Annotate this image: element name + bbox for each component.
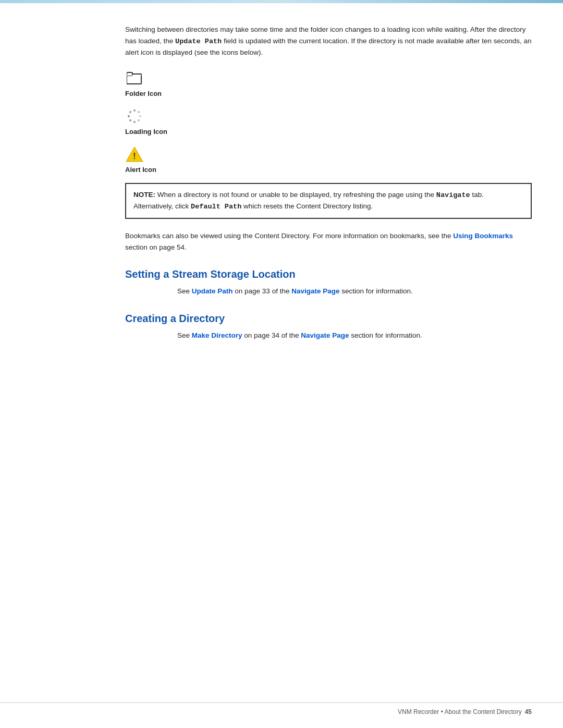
default-path-mono: Default Path — [191, 203, 241, 211]
footer: VNM Recorder • About the Content Directo… — [0, 702, 563, 715]
folder-icon-label: Folder Icon — [125, 90, 532, 97]
section1-subtext: See Update Path on page 33 of the Naviga… — [125, 286, 532, 297]
svg-point-6 — [138, 119, 140, 121]
svg-point-9 — [128, 115, 130, 117]
intro-paragraph: Switching between directories may take s… — [125, 24, 532, 58]
svg-point-8 — [129, 119, 131, 121]
note-label: NOTE: — [133, 191, 155, 199]
loading-icon-row: Loading Icon — [125, 107, 532, 135]
section2-subtext: See Make Directory on page 34 of the Nav… — [125, 330, 532, 341]
svg-point-4 — [138, 111, 140, 113]
folder-icon-svg — [127, 71, 142, 85]
update-path-link[interactable]: Update Path — [192, 287, 233, 295]
svg-point-5 — [139, 115, 141, 117]
svg-point-7 — [133, 121, 136, 123]
update-path-mono: Update Path — [175, 38, 222, 45]
alert-icon-row: ! Alert Icon — [125, 145, 532, 174]
section2-heading: Creating a Directory — [125, 313, 532, 325]
svg-text:!: ! — [133, 152, 136, 161]
page-content: Switching between directories may take s… — [0, 3, 563, 367]
note-box: NOTE: When a directory is not found or u… — [125, 183, 532, 219]
section2-mid1: on page 34 of the — [244, 331, 301, 339]
section2-after: section for information. — [351, 331, 422, 339]
svg-point-10 — [129, 111, 131, 113]
note-text1: When a directory is not found or unable … — [133, 191, 484, 211]
svg-point-3 — [133, 109, 136, 112]
navigate-page-link-2[interactable]: Navigate Page — [301, 331, 349, 339]
alert-icon-label: Alert Icon — [125, 166, 532, 174]
make-directory-link[interactable]: Make Directory — [192, 331, 242, 339]
section1-mid1: on page 33 of the — [235, 287, 291, 295]
loading-icon — [125, 107, 144, 126]
navigate-mono: Navigate — [436, 191, 470, 199]
footer-page: 45 — [525, 708, 532, 715]
folder-icon-section: Folder Icon Loading Icon — [125, 69, 532, 174]
alert-icon: ! — [125, 145, 144, 164]
loading-icon-label: Loading Icon — [125, 128, 532, 135]
bookmark-text: Bookmarks can also be viewed using the C… — [125, 230, 532, 253]
loading-icon-svg — [127, 109, 142, 124]
using-bookmarks-link[interactable]: Using Bookmarks — [453, 232, 513, 240]
navigate-page-link-1[interactable]: Navigate Page — [291, 287, 339, 295]
footer-text: VNM Recorder • About the Content Directo… — [398, 708, 522, 715]
svg-rect-2 — [127, 75, 141, 76]
folder-icon-row: Folder Icon — [125, 69, 532, 97]
folder-icon — [125, 69, 144, 88]
section1-after: section for information. — [341, 287, 413, 295]
alert-icon-svg: ! — [126, 146, 143, 162]
section1-heading: Setting a Stream Storage Location — [125, 268, 532, 280]
